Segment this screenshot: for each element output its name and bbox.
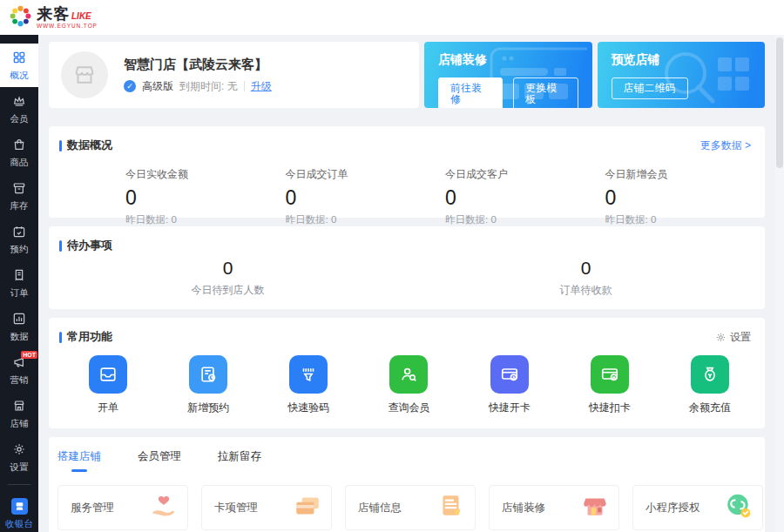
todo-value: 0 [223,259,233,278]
quick-action-open-bill[interactable]: 开单 [80,355,136,415]
plan-badge: 高级版 [142,79,173,94]
store-decoration-card: 店铺装修 前往装修 更换模板 [424,42,592,108]
todo-visitors: 0 今日待到店人数 [49,259,407,298]
sidebar-nav: 概况 会员 商品 库存 预约 [0,35,38,532]
pinwheel-logo-icon [9,4,32,31]
logo-title: 来客 [37,6,70,22]
preview-store-card: 预览店铺 店铺二维码 [598,42,766,108]
sidebar-item-data[interactable]: 数据 [0,305,38,348]
tab-build-store[interactable]: 搭建店铺 [57,449,101,472]
money-bag-icon [691,355,729,394]
stat-sub: 昨日数据: 0 [445,213,605,226]
stat-value: 0 [605,187,766,208]
storefront-decor-icon [580,491,610,524]
sidebar-item-overview[interactable]: 概况 [0,44,38,87]
quick-action-label: 查询会员 [388,401,429,415]
sidebar-item-settings[interactable]: 设置 [0,435,38,479]
bar-chart-icon [12,312,26,329]
store-qrcode-button[interactable]: 店铺二维码 [612,77,688,99]
quick-action-scan-code[interactable]: 快速验码 [280,355,336,415]
app-logo: 来客 LIKE WWW.EGYUN.TOP [9,4,98,31]
data-overview-card: 数据概况 更多数据 > 今日实收金额 0 昨日数据: 0 今日成交订单 0 昨日… [49,126,765,218]
sidebar-item-products[interactable]: 商品 [0,131,38,174]
sidebar-item-label: 收银台 [5,518,33,530]
quick-action-deduct-card[interactable]: 快捷扣卡 [582,355,638,415]
sidebar-item-label: 数据 [10,332,29,341]
feature-card-card-items[interactable]: 卡项管理 [201,485,332,530]
stat-value: 0 [286,187,446,208]
go-decorate-button[interactable]: 前往装修 [438,77,503,108]
feature-label: 店铺信息 [358,501,402,515]
logo-url: WWW.EGYUN.TOP [37,24,98,30]
feature-card-store-info[interactable]: 店铺信息 [345,485,476,530]
quick-action-open-card[interactable]: 快捷开卡 [482,355,537,415]
calendar-check-icon [12,225,26,242]
stat-sub: 昨日数据: 0 [286,213,446,226]
sidebar-item-inventory[interactable]: 库存 [0,174,38,218]
sidebar-divider [8,484,30,485]
quick-action-label: 快捷扣卡 [589,401,631,415]
document-edit-icon [436,491,466,524]
quick-settings-button[interactable]: 设置 [715,330,751,345]
todo-label: 订单待收款 [560,283,612,298]
feature-card-miniprogram-auth[interactable]: 小程序授权 [632,485,763,530]
hand-heart-icon [149,491,179,524]
sidebar-item-orders[interactable]: 订单 [0,261,38,305]
feature-label: 店铺装修 [502,501,545,515]
feature-card-service-management[interactable]: 服务管理 [57,485,188,530]
expire-label: 到期时间: 无 [179,79,238,94]
section-accent-bar [59,240,62,252]
todo-pending-payment: 0 订单待收款 [407,259,765,298]
receipt-icon [12,268,26,286]
appointment-doc-icon [189,355,227,394]
todo-label: 今日待到店人数 [192,283,265,298]
sidebar-item-appointments[interactable]: 预约 [0,218,38,261]
sidebar-item-cashier[interactable]: 收银台 [0,490,38,532]
section-title: 待办事项 [67,238,112,253]
feature-label: 小程序授权 [645,501,700,515]
section-title: 常用功能 [67,329,112,345]
quick-action-label: 开单 [98,401,118,415]
sidebar-item-store[interactable]: 店铺 [0,392,38,435]
gear-icon [715,332,727,343]
sidebar-item-label: 订单 [10,288,29,298]
stat-value: 0 [125,187,286,208]
bank-cards-icon [293,491,322,524]
sidebar-item-label: 店铺 [10,419,29,428]
sidebar-item-label: 库存 [10,201,29,211]
store-name: 智慧门店【武陵云来客】 [124,57,272,73]
card-deduct-icon [591,355,629,394]
change-template-button[interactable]: 更换模板 [513,77,578,108]
quick-action-label: 快速验码 [287,401,329,415]
card-open-icon [490,355,529,394]
bill-icon [89,355,127,394]
tab-member-management[interactable]: 会员管理 [138,449,181,472]
quick-action-search-member[interactable]: 查询会员 [381,355,436,415]
sidebar-item-marketing[interactable]: HOT 营销 [0,348,38,392]
section-accent-bar [59,140,62,152]
storefront-icon [12,399,26,416]
section-title: 数据概况 [67,138,112,153]
logo-badge: LIKE [71,12,91,22]
stat-today-revenue: 今日实收金额 0 昨日数据: 0 [125,167,286,226]
stat-label: 今日成交客户 [445,167,605,182]
store-avatar [61,51,108,98]
shopping-bag-icon [12,138,26,155]
quick-actions-card: 常用功能 设置 开单 [49,318,765,428]
sidebar-item-label: 设置 [10,462,29,472]
section-accent-bar [59,332,62,343]
sidebar-item-members[interactable]: 会员 [0,87,38,131]
upgrade-link[interactable]: 升级 [251,79,272,94]
feature-card-store-decoration[interactable]: 店铺装修 [489,485,619,530]
hot-badge: HOT [21,351,37,359]
stat-label: 今日新增会员 [605,167,766,182]
scrollbar-track [775,35,784,532]
verified-badge-icon: ✓ [124,80,136,92]
quick-action-recharge[interactable]: 余额充值 [682,355,738,415]
scrollbar-thumb[interactable] [776,37,783,168]
quick-action-new-appointment[interactable]: 新增预约 [180,355,236,415]
tab-acquisition-retention[interactable]: 拉新留存 [218,449,261,472]
meta-divider [244,81,245,91]
archive-box-icon [12,181,26,199]
more-data-link[interactable]: 更多数据 > [700,138,751,153]
